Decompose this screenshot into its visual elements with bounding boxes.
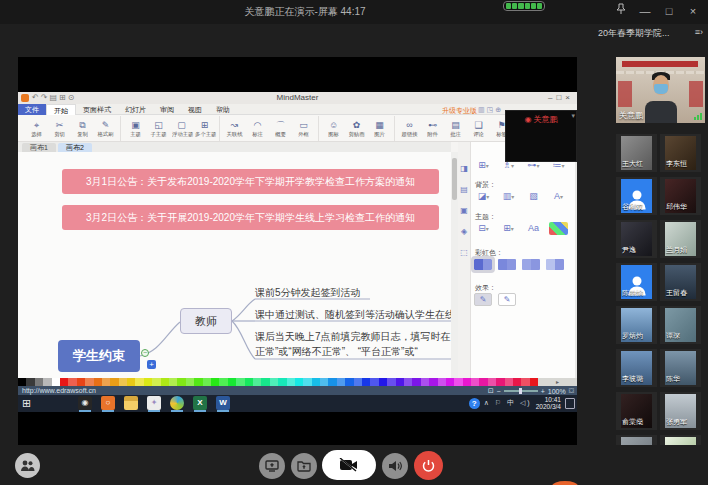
participant-tile[interactable]: 谷利双 (616, 177, 657, 215)
ribbon-button-附件[interactable]: ⊷附件 (421, 120, 444, 137)
canvas-scrollbar[interactable] (451, 152, 458, 378)
participant-tile[interactable]: 兰月娟 (660, 220, 701, 258)
rainbow-swatch-2[interactable] (498, 259, 516, 270)
pin-icon[interactable] (612, 3, 630, 19)
layout-dropdown[interactable]: ⊞▾ (474, 159, 493, 172)
mindmap-canvas[interactable]: 3月1日公告：关于发布2019-2020学年下学期开学教学检查工作方案的通知 3… (18, 152, 451, 378)
titlebar-mini-icons[interactable]: ▥◳⊕ (478, 106, 503, 114)
menu-tab-5[interactable]: 审阅 (153, 104, 181, 115)
participant-tile[interactable]: 李玻璐 (616, 349, 657, 387)
icon-panel-icon[interactable]: ▣ (460, 206, 468, 215)
overlay-caret-icon[interactable]: ▾ (571, 112, 575, 120)
zoom-in-icon[interactable]: + (541, 388, 545, 395)
participant-list-toggle-icon[interactable]: ≡› (695, 27, 703, 37)
ribbon-button-外框[interactable]: ▭外框 (292, 120, 315, 137)
tencent-meeting-icon[interactable]: ◉ (78, 396, 92, 410)
outline-panel-icon[interactable]: ▤ (460, 185, 468, 194)
fit-page-icon[interactable]: ⊡ (488, 387, 494, 395)
camera-off-button[interactable] (322, 450, 376, 480)
task-panel-icon[interactable]: ⬚ (460, 248, 468, 257)
mindmap-teacher-node[interactable]: 教师 (180, 308, 232, 334)
ribbon-button-批注[interactable]: ▤批注 (444, 120, 467, 137)
format-panel-tabs[interactable]: ◨ ▤ ▣ ◈ ⬚ (458, 142, 471, 378)
clipart-panel-icon[interactable]: ◈ (461, 227, 467, 236)
speaker-button[interactable] (382, 453, 408, 479)
watermark-dropdown[interactable]: A▾ (549, 190, 568, 203)
background-image-dropdown[interactable]: ▥▾ (499, 190, 518, 203)
canvas-tab-1[interactable]: 画布1 (22, 143, 56, 152)
meeting-helper-icon[interactable]: ? (469, 398, 480, 409)
ribbon-button-格式刷[interactable]: ✎格式刷 (94, 120, 117, 137)
theme-layout-dropdown[interactable]: ⊞▾ (499, 222, 518, 235)
ribbon-button-选择[interactable]: ⌖选择 (25, 120, 48, 137)
minimize-button[interactable]: — (636, 3, 654, 19)
ribbon-button-主题[interactable]: ▣主题 (124, 120, 147, 137)
close-button[interactable]: × (684, 3, 702, 19)
menu-tab-6[interactable]: 视图 (181, 104, 209, 115)
rainbow-swatch-3[interactable] (522, 259, 540, 270)
ribbon-button-子主题[interactable]: ◱子主题 (147, 120, 170, 137)
menu-tab-2[interactable]: 开始 (46, 104, 76, 115)
word-icon[interactable]: W (216, 396, 230, 410)
ribbon-button-关联线[interactable]: ↝关联线 (223, 120, 246, 137)
zoom-slider[interactable] (504, 390, 538, 392)
rainbow-swatch-4[interactable] (546, 259, 564, 270)
menu-tab-1[interactable]: 文件 (18, 104, 46, 115)
action-center-icon[interactable] (565, 398, 575, 409)
presenter-video-tile[interactable]: 关意鹏 (616, 57, 705, 123)
theme-font-dropdown[interactable]: Aa (524, 222, 543, 235)
shared-files-button[interactable] (291, 453, 317, 479)
participant-tile[interactable]: 俞棠燊 (616, 392, 657, 430)
menu-tab-4[interactable]: 幻灯片 (118, 104, 153, 115)
collapse-icon[interactable]: − (141, 349, 149, 357)
mindmaster-window-buttons[interactable]: –□× (548, 93, 574, 102)
volume-icon[interactable]: ◁) (520, 399, 532, 407)
mindmap-root-node[interactable]: 学生约束 (58, 340, 140, 372)
fullscreen-icon[interactable]: ⛋ (569, 387, 574, 395)
menu-tab-3[interactable]: 页面样式 (76, 104, 118, 115)
maximize-button[interactable]: □ (660, 3, 678, 19)
ribbon-button-浮动主题[interactable]: ▢浮动主题 (170, 120, 193, 137)
canvas-tab-2[interactable]: 画布2 (58, 143, 92, 152)
theme-color-dropdown[interactable] (549, 222, 568, 235)
ribbon-button-剪贴画[interactable]: ✿剪贴画 (345, 120, 368, 137)
ribbon-button-标注[interactable]: ◠标注 (246, 120, 269, 137)
start-button[interactable]: ⊞ (22, 397, 31, 410)
meeting-floating-overlay[interactable]: ◉ 关意鹏 ▾ (505, 110, 577, 162)
participant-tile[interactable]: 王大红 (616, 134, 657, 172)
paint-app-icon[interactable]: ✦ (147, 396, 161, 410)
color-palette-strip[interactable] (18, 378, 538, 386)
background-remove-button[interactable]: ▧ (524, 190, 543, 203)
ribbon-button-多个主题[interactable]: ⊞多个主题 (193, 120, 216, 137)
rainbow-swatch-1[interactable] (474, 259, 492, 270)
participant-tile[interactable]: 罗炳灼 (616, 306, 657, 344)
style-panel-icon[interactable]: ◨ (460, 164, 468, 173)
background-color-dropdown[interactable]: ◪▾ (474, 190, 493, 203)
ribbon-button-图标[interactable]: ☺图标 (322, 120, 345, 137)
zoom-out-icon[interactable]: − (497, 388, 501, 395)
mindmap-branch-1[interactable]: 课前5分钟发起签到活动 (255, 286, 361, 300)
hand-drawn-effect-off-button[interactable]: ✎ (498, 293, 516, 306)
participant-tile[interactable]: 邱伟华 (660, 177, 701, 215)
hand-drawn-effect-on-button[interactable]: ✎ (474, 293, 492, 306)
participant-tile[interactable]: 尹逸 (616, 220, 657, 258)
ribbon-button-概要[interactable]: ⌒概要 (269, 120, 292, 137)
edrawsoft-url[interactable]: http://www.edrawsoft.cn (22, 387, 96, 394)
tray-glyph-icons[interactable]: ∧ ⚐ (484, 399, 503, 407)
ribbon-button-复制[interactable]: ⧉复制 (71, 120, 94, 137)
theme-gallery-dropdown[interactable]: ⊟▾ (474, 222, 493, 235)
participant-tile[interactable]: 李东恒 (660, 134, 701, 172)
participant-tile[interactable]: 王留春 (660, 263, 701, 301)
menu-tab-7[interactable]: 帮助 (209, 104, 237, 115)
ribbon-button-剪切[interactable]: ✂剪切 (48, 120, 71, 137)
ribbon-button-图片[interactable]: ▦图片 (368, 120, 391, 137)
mindmap-branch-3-line-1[interactable]: 课后当天晚上7点前填完教师日志，填写时在 (255, 330, 451, 344)
file-explorer-icon[interactable] (124, 396, 138, 410)
browser-orange-icon[interactable]: ○ (101, 396, 115, 410)
expand-icon[interactable]: + (147, 360, 156, 369)
input-method-indicator[interactable]: 中 (507, 398, 516, 408)
palette-more-button[interactable]: ▸ (538, 378, 577, 386)
leave-meeting-button[interactable] (414, 451, 443, 480)
participant-tile[interactable]: 张勇军 (660, 392, 701, 430)
participant-tile[interactable]: 陈胜怡 (616, 263, 657, 301)
